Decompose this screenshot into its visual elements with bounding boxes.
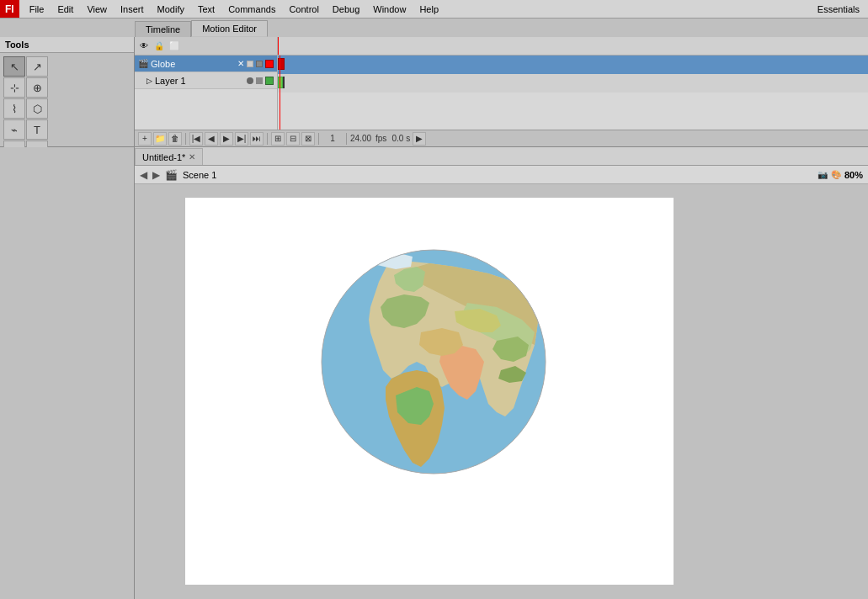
tool-text[interactable]: T	[26, 119, 48, 140]
go-prev-btn[interactable]: ◀	[205, 132, 218, 146]
ctrl-sep3	[318, 133, 319, 145]
layers-area: 🎬 Globe ✕ ▷ Layer 1	[135, 56, 868, 130]
globe-frames	[278, 56, 868, 74]
timeline-layer-header: 👁 🔒 ⬜	[135, 37, 278, 55]
tool-subselect[interactable]: ↗	[26, 56, 48, 77]
timeline-outline-all[interactable]: ⬜	[168, 40, 180, 52]
layer1-name: Layer 1	[155, 76, 244, 86]
playhead-indicator	[278, 37, 279, 55]
menu-window[interactable]: Window	[366, 0, 413, 18]
ctrl-sep2	[267, 133, 268, 145]
onion-skin-btn[interactable]: ⊞	[271, 132, 285, 146]
scene-nav-forward[interactable]: ▶	[152, 169, 160, 181]
timeline-show-all[interactable]: 👁	[138, 40, 150, 52]
layer1-frames	[278, 74, 868, 93]
tool-gradienttransform[interactable]: ⊕	[26, 77, 48, 98]
menu-modify[interactable]: Modify	[151, 0, 191, 18]
timeline-controls: + 📁 🗑 |◀ ◀ ▶ ▶| ⏭ ⊞ ⊟ ⊠	[135, 130, 868, 146]
tool-selection[interactable]: ↖	[3, 56, 25, 77]
tab-motion-editor[interactable]: Motion Editor	[191, 20, 268, 37]
menu-view[interactable]: View	[80, 0, 114, 18]
menu-control[interactable]: Control	[282, 0, 325, 18]
timeline-tab-bar: Timeline Motion Editor	[0, 19, 868, 37]
delete-layer-btn[interactable]: 🗑	[168, 132, 182, 146]
globe-frame-fill	[278, 56, 868, 74]
timeline-area: Timeline Motion Editor Tools ↖ ↗ ⊹ ⊕ ⌇ ⬡	[0, 19, 868, 147]
zoom-value: 80%	[844, 170, 863, 180]
ctrl-sep4	[346, 133, 347, 145]
tab-timeline[interactable]: Timeline	[135, 21, 191, 37]
new-layer-btn[interactable]: +	[138, 132, 152, 146]
menu-help[interactable]: Help	[413, 0, 445, 18]
left-panel-extended	[0, 147, 135, 599]
scene-icon: 🎬	[165, 169, 178, 181]
white-canvas	[185, 198, 674, 585]
layer1-keyframe-green[interactable]	[278, 77, 283, 88]
menu-insert[interactable]: Insert	[114, 0, 151, 18]
time-value: 0.0 s	[391, 134, 411, 143]
layer1-icon: ▷	[146, 77, 152, 85]
layer1-color[interactable]	[265, 77, 274, 85]
timeline-ruler[interactable]: 1 5 10 15 20 25 30 35 40 45 50 55	[278, 37, 868, 55]
scene-name[interactable]: Scene 1	[183, 170, 216, 180]
new-folder-btn[interactable]: 📁	[153, 132, 167, 146]
tool-polygon[interactable]: ⬡	[26, 98, 48, 119]
timeline-right: 👁 🔒 ⬜ 1 5 10 15 20 25 30	[135, 37, 868, 146]
tool-lasso[interactable]: ⌇	[3, 98, 25, 119]
menu-file[interactable]: File	[23, 0, 51, 18]
play-btn[interactable]: ▶	[220, 132, 233, 146]
current-frame[interactable]: 1	[322, 134, 343, 143]
layer-globe[interactable]: 🎬 Globe ✕	[135, 56, 277, 72]
frames-playhead	[280, 56, 280, 130]
layer1-lock[interactable]	[256, 77, 263, 84]
essentials-button[interactable]: Essentials	[809, 3, 868, 16]
doc-tab-name: Untitled-1*	[142, 152, 185, 162]
canvas-viewport[interactable]	[135, 184, 868, 599]
timeline-ruler-row: 👁 🔒 ⬜ 1 5 10 15 20 25 30	[135, 37, 868, 56]
go-last-btn[interactable]: ⏭	[250, 132, 264, 146]
timeline-content: Tools ↖ ↗ ⊹ ⊕ ⌇ ⬡ ⌁ T / ○	[0, 37, 868, 146]
edit-multiple-btn[interactable]: ⊠	[301, 132, 315, 146]
scene-nav-back[interactable]: ◀	[140, 169, 147, 181]
layer-1[interactable]: ▷ Layer 1	[135, 72, 277, 89]
zoom-controls: 📷 🎨 80%	[817, 170, 863, 180]
main-container: Timeline Motion Editor Tools ↖ ↗ ⊹ ⊕ ⌇ ⬡	[0, 19, 868, 599]
color-icon: 🎨	[831, 170, 841, 179]
content-area: Untitled-1* ✕ ◀ ▶ 🎬 Scene 1 📷 🎨 80%	[0, 147, 868, 599]
fps-value[interactable]: 24.00	[350, 134, 371, 143]
layer1-eye[interactable]	[247, 77, 253, 84]
layers-list: 🎬 Globe ✕ ▷ Layer 1	[135, 56, 278, 130]
globe-image[interactable]	[320, 248, 547, 477]
tool-freetransform[interactable]: ⊹	[3, 77, 25, 98]
frames-area[interactable]	[278, 56, 868, 130]
scene-bar: ◀ ▶ 🎬 Scene 1 📷 🎨 80%	[135, 166, 868, 184]
menu-edit[interactable]: Edit	[51, 0, 80, 18]
fl-logo: Fl	[0, 0, 19, 18]
canvas-area: Untitled-1* ✕ ◀ ▶ 🎬 Scene 1 📷 🎨 80%	[135, 147, 868, 599]
globe-layer-name: Globe	[151, 59, 235, 69]
fps-label: fps	[373, 134, 389, 143]
menu-commands[interactable]: Commands	[221, 0, 282, 18]
menu-bar: Fl File Edit View Insert Modify Text Com…	[0, 0, 868, 19]
timeline-scroll-right[interactable]: ▶	[413, 132, 426, 146]
tools-panel: Tools ↖ ↗ ⊹ ⊕ ⌇ ⬡ ⌁ T / ○	[0, 37, 135, 146]
ctrl-sep1	[185, 133, 186, 145]
globe-color[interactable]	[265, 60, 274, 68]
tools-label: Tools	[0, 37, 134, 53]
menu-text[interactable]: Text	[191, 0, 221, 18]
tool-bone[interactable]: ⌁	[3, 119, 25, 140]
doc-tab-close[interactable]: ✕	[189, 152, 195, 162]
onion-outline-btn[interactable]: ⊟	[286, 132, 300, 146]
go-first-btn[interactable]: |◀	[189, 132, 203, 146]
globe-lock[interactable]	[256, 61, 263, 67]
menu-debug[interactable]: Debug	[326, 0, 366, 18]
globe-layer-close[interactable]: ✕	[237, 59, 244, 68]
doc-tab-bar: Untitled-1* ✕	[135, 147, 868, 166]
globe-eye[interactable]	[247, 61, 253, 67]
camera-icon: 📷	[817, 170, 828, 179]
go-next-btn[interactable]: ▶|	[235, 132, 248, 146]
timeline-lock-all[interactable]: 🔒	[153, 40, 165, 52]
doc-tab-untitled[interactable]: Untitled-1* ✕	[135, 148, 203, 165]
globe-layer-icon: 🎬	[138, 59, 148, 68]
